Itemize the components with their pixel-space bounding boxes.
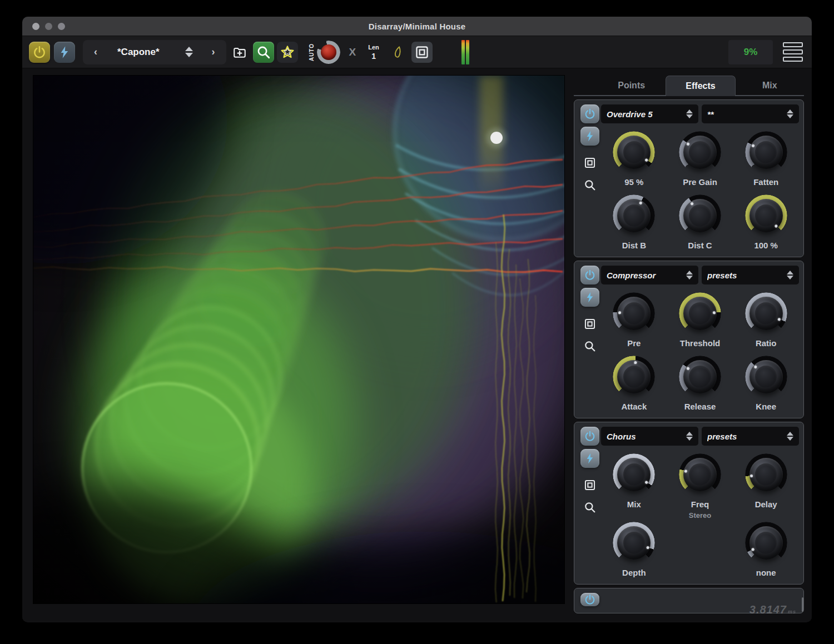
knob-depth[interactable]: Depth: [613, 522, 655, 577]
knob-dist-b[interactable]: Dist B: [613, 194, 655, 250]
auto-mode: AUTO: [307, 40, 316, 64]
save-preset-button[interactable]: [229, 42, 250, 63]
knob-label: Mix: [627, 500, 641, 509]
randomize-lightning-button[interactable]: [54, 42, 75, 63]
level-meter: [461, 40, 469, 64]
power-icon: [584, 593, 596, 606]
close-button[interactable]: [32, 23, 39, 30]
effect-zoom-button[interactable]: [580, 498, 599, 517]
lightning-icon: [584, 291, 596, 303]
star-icon: [280, 45, 295, 59]
effect-frame-button[interactable]: [580, 153, 599, 172]
power-icon: [584, 269, 596, 281]
length-control[interactable]: Len 1: [368, 44, 379, 61]
lightning-icon: [584, 452, 596, 465]
effect-preset-select[interactable]: presets: [702, 427, 799, 446]
knob-pre-gain[interactable]: Pre Gain: [679, 131, 721, 187]
effect-type-value: Compressor: [607, 271, 686, 280]
master-power-button[interactable]: [29, 42, 50, 63]
knob-label: Threshold: [680, 338, 721, 348]
favorite-button[interactable]: [277, 42, 298, 63]
module-rail: [579, 427, 601, 577]
effect-module-compressor: Compressor presets: [574, 261, 804, 418]
effect-randomize-button[interactable]: [580, 288, 599, 307]
knob-drive[interactable]: 95 %: [613, 131, 655, 187]
effect-power-button[interactable]: [580, 427, 599, 446]
square-in-square-icon: [584, 157, 596, 169]
stepper-updown-icon: [787, 432, 793, 441]
preset-stepper[interactable]: [173, 47, 205, 57]
knob-label: 95 %: [624, 177, 643, 187]
envelope-shape-button[interactable]: [387, 42, 408, 63]
tab-points[interactable]: Points: [597, 76, 666, 95]
search-icon: [584, 340, 596, 352]
knob-attack[interactable]: Attack: [613, 356, 655, 411]
effect-zoom-button[interactable]: [580, 337, 599, 356]
effect-power-button[interactable]: [580, 266, 599, 284]
knob-pre[interactable]: Pre: [613, 292, 655, 348]
knob-delay[interactable]: Delay: [745, 453, 787, 509]
visual-display[interactable]: [33, 76, 564, 603]
knob-chorus-mix[interactable]: Mix: [613, 453, 655, 509]
next-preset-button[interactable]: ›: [205, 46, 222, 58]
window-title: Disarray/Minimal House: [22, 22, 812, 31]
knob-mix-amount[interactable]: 100 %: [745, 194, 787, 250]
preset-name[interactable]: *Capone*: [104, 47, 173, 58]
effect-frame-button[interactable]: [580, 314, 599, 333]
effect-preset-select[interactable]: presets: [702, 266, 799, 284]
effect-type-select[interactable]: Overdrive 5: [601, 104, 698, 123]
module-rail: [579, 266, 601, 411]
effect-preset-value: **: [707, 109, 787, 119]
knob-label: Release: [684, 402, 716, 411]
effect-module-next: [574, 588, 804, 613]
tab-bar: Points Effects Mix: [574, 76, 804, 96]
knob-freq[interactable]: Freq: [679, 453, 721, 509]
effect-power-button[interactable]: [580, 104, 599, 123]
square-in-square-icon: [584, 479, 596, 491]
knob-label: Fatten: [753, 177, 778, 187]
effect-power-button[interactable]: [580, 593, 599, 606]
knob-fatten[interactable]: Fatten: [745, 131, 787, 187]
frame-button[interactable]: [411, 42, 433, 63]
titlebar: Disarray/Minimal House: [22, 17, 812, 36]
browse-presets-button[interactable]: [253, 42, 274, 63]
lightning-icon: [584, 130, 596, 142]
meter-bar: [466, 40, 469, 64]
effect-zoom-button[interactable]: [580, 176, 599, 194]
effect-type-select[interactable]: Chorus: [601, 427, 698, 446]
clear-automation-button[interactable]: X: [349, 46, 356, 58]
knob-label: Pre Gain: [683, 177, 717, 187]
effect-modules: Overdrive 5 **: [574, 99, 804, 613]
effect-preset-value: presets: [707, 271, 787, 280]
meter-bar: [461, 40, 465, 64]
tab-effects[interactable]: Effects: [666, 76, 735, 96]
knob-none[interactable]: none: [745, 522, 787, 577]
maximize-button[interactable]: [58, 23, 65, 30]
scrollbar-thumb[interactable]: [802, 597, 803, 612]
auto-label: AUTO: [308, 43, 314, 61]
record-button[interactable]: [317, 41, 340, 64]
knob-label: Depth: [622, 568, 646, 577]
effect-preset-select[interactable]: **: [702, 104, 799, 123]
menu-button[interactable]: [783, 42, 803, 62]
toolbar: ‹ *Capone* › AUTO X Len 1 9%: [22, 36, 812, 68]
knob-label: Knee: [756, 402, 776, 411]
stepper-updown-icon: [686, 271, 693, 279]
search-icon: [256, 45, 271, 59]
preset-navigator: ‹ *Capone* ›: [83, 40, 226, 64]
knob-label: Pre: [627, 338, 641, 348]
prev-preset-button[interactable]: ‹: [87, 46, 104, 58]
knob-dist-c[interactable]: Dist C: [679, 194, 721, 250]
plugin-window: Disarray/Minimal House ‹ *Capone* › AUTO…: [22, 17, 812, 622]
knob-knee[interactable]: Knee: [745, 356, 787, 411]
lightning-icon: [57, 45, 72, 59]
effect-randomize-button[interactable]: [580, 127, 599, 146]
knob-threshold[interactable]: Threshold: [679, 292, 721, 348]
effect-randomize-button[interactable]: [580, 449, 599, 468]
effect-type-select[interactable]: Compressor: [601, 266, 698, 284]
knob-release[interactable]: Release: [679, 356, 721, 411]
tab-mix[interactable]: Mix: [736, 76, 804, 95]
minimize-button[interactable]: [45, 23, 52, 30]
knob-ratio[interactable]: Ratio: [745, 292, 787, 348]
effect-frame-button[interactable]: [580, 476, 599, 495]
